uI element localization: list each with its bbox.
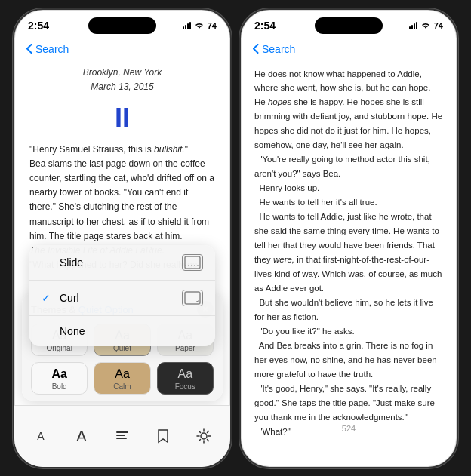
back-label-left: Search — [35, 43, 69, 55]
phone-right: 2:54 74 Search He do — [239, 8, 458, 468]
scroll-option-none[interactable]: None — [29, 316, 215, 346]
theme-bold[interactable]: Aa Bold — [31, 362, 88, 395]
theme-focus[interactable]: Aa Focus — [157, 362, 214, 395]
check-none — [42, 325, 54, 337]
status-icons-right: 74 — [409, 21, 443, 30]
wifi-icon-right — [420, 21, 431, 29]
slide-label: Slide — [60, 256, 83, 269]
time-right: 2:54 — [254, 20, 276, 32]
scroll-option-slide[interactable]: Slide — [29, 245, 215, 281]
slide-icon — [182, 254, 203, 271]
font-a-small-label: A — [37, 430, 44, 442]
bottom-toolbar-left: A A — [14, 405, 230, 467]
brightness-button[interactable] — [190, 422, 217, 450]
book-location: Brooklyn, New York March 13, 2015 — [29, 66, 215, 94]
back-label-right: Search — [262, 43, 295, 55]
back-chevron-right — [253, 44, 259, 54]
scroll-option-curl[interactable]: ✓ Curl — [29, 281, 215, 316]
nav-back-right[interactable]: Search — [241, 38, 457, 60]
battery-left: 74 — [208, 21, 217, 30]
check-slide — [42, 256, 54, 269]
status-icons-left: 74 — [183, 21, 217, 30]
theme-focus-label: Focus — [175, 382, 195, 391]
svg-line-13 — [199, 440, 201, 441]
svg-rect-4 — [116, 438, 127, 439]
theme-bold-label: Bold — [52, 382, 67, 391]
brightness-icon — [196, 428, 211, 444]
format-icon — [115, 428, 130, 444]
bookmark-icon — [157, 428, 169, 444]
font-large-button[interactable]: A — [68, 422, 95, 450]
nav-back-left[interactable]: Search — [14, 38, 230, 60]
signal-icon-right — [409, 22, 417, 29]
font-small-button[interactable]: A — [27, 422, 54, 450]
chapter-number: II — [29, 97, 215, 140]
page-number: 524 — [241, 424, 457, 433]
svg-line-10 — [199, 431, 201, 433]
scroll-menu: Slide ✓ Curl — [29, 245, 215, 346]
none-label: None — [60, 325, 85, 337]
book-content-right: He does not know what happened to Addie,… — [241, 60, 457, 437]
svg-rect-1 — [185, 292, 200, 304]
svg-line-11 — [208, 440, 209, 441]
signal-icon-left — [183, 22, 191, 29]
wifi-icon-left — [194, 21, 205, 29]
dynamic-island-right — [315, 17, 383, 34]
font-a-large-label: A — [76, 428, 86, 445]
curl-label: Curl — [60, 292, 79, 304]
phone-left: 2:54 74 Search — [13, 8, 232, 468]
check-curl: ✓ — [42, 292, 54, 304]
back-chevron-left — [26, 44, 32, 54]
theme-calm-label: Calm — [113, 382, 131, 391]
dynamic-island-left — [88, 17, 156, 34]
theme-focus-aa: Aa — [178, 367, 193, 381]
svg-rect-0 — [185, 256, 200, 269]
svg-line-12 — [208, 431, 209, 433]
book-content-left: Brooklyn, New York March 13, 2015 II "He… — [14, 60, 230, 271]
theme-bold-aa: Aa — [51, 367, 66, 381]
date-text: March 13, 2015 — [29, 80, 215, 94]
theme-calm[interactable]: Aa Calm — [94, 362, 150, 395]
svg-point-5 — [201, 433, 207, 439]
time-left: 2:54 — [28, 20, 49, 32]
format-button[interactable] — [109, 422, 136, 450]
battery-right: 74 — [434, 21, 443, 30]
svg-rect-3 — [116, 435, 125, 436]
curl-icon — [182, 290, 203, 306]
bookmark-button[interactable] — [149, 422, 177, 450]
theme-calm-aa: Aa — [115, 367, 130, 381]
svg-rect-2 — [116, 431, 128, 433]
location-text: Brooklyn, New York — [29, 66, 215, 80]
